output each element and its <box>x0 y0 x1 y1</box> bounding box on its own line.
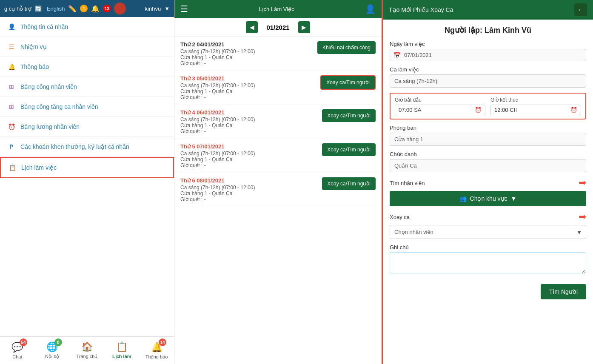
tab-noi-bo[interactable]: 0 🌐 Nội bộ <box>35 337 70 364</box>
sidebar-item-thong-bao[interactable]: 🔔 Thông báo <box>0 57 174 77</box>
schedule-day-1: Thứ 3 05/01/2021 <box>180 75 316 82</box>
schedule-item-4: Thứ 6 08/01/2021 Ca sáng (7h-12h) (07:00… <box>174 173 382 207</box>
sidebar-item-label-khen-thuong: Các khoản khen thưởng, kỷ luật cá nhân <box>20 143 129 150</box>
tab-label-lich-lam: Lịch làm <box>112 354 131 359</box>
nhiem-vu-icon: ☰ <box>7 42 16 51</box>
gio-ket-thuc-col: Giờ kết thúc ⏰ <box>490 97 581 115</box>
tab-label-noi-bo: Nội bộ <box>45 354 60 359</box>
schedule-btn-2[interactable]: Xoay ca/Tìm người <box>322 109 376 122</box>
tab-badge-chat: 54 <box>20 338 27 346</box>
schedule-item-2: Thứ 4 06/01/2021 Ca sáng (7h-12h) (07:00… <box>174 105 382 139</box>
hamburger-icon[interactable]: ☰ <box>180 4 188 14</box>
schedule-info-2: Thứ 4 06/01/2021 Ca sáng (7h-12h) (07:00… <box>180 109 318 134</box>
gio-ket-thuc-label: Giờ kết thúc <box>490 97 581 103</box>
schedule-store-1: Cửa hàng 1 - Quản Ca <box>180 88 316 94</box>
edit-badge: 1 <box>80 5 88 12</box>
time-row: Giờ bắt đầu ⏰ Giờ kết thúc ⏰ <box>390 93 586 119</box>
schedule-scan-4: Giờ quét : - <box>180 196 318 202</box>
schedule-info-1: Thứ 3 05/01/2021 Ca sáng (7h-12h) (07:00… <box>180 75 316 100</box>
tab-lich-lam[interactable]: 📋 Lịch làm <box>104 337 139 364</box>
gio-bat-dau-label: Giờ bắt đầu <box>395 97 485 103</box>
right-panel: Tạo Mới Phiếu Xoay Ca ← Người lập: Lâm K… <box>383 0 593 364</box>
back-btn[interactable]: ← <box>574 3 587 16</box>
month-label: 01/2021 <box>266 24 289 31</box>
xoay-ca-row: Xoay ca ➡ Chọn nhân viên ▼ <box>390 211 586 239</box>
sidebar-item-label-nhiem-vu: Nhiệm vụ <box>20 43 47 50</box>
bell-icon: 🔔 <box>91 5 100 13</box>
phong-ban-input <box>390 133 586 146</box>
schedule-store-2: Cửa hàng 1 - Quản Ca <box>180 122 318 128</box>
sidebar-item-label-bang-cong: Bảng công nhân viên <box>20 83 77 90</box>
schedule-btn-1[interactable]: Xoay ca/Tìm người <box>320 75 376 90</box>
next-month-btn[interactable]: ▶ <box>298 21 310 33</box>
schedule-store-4: Cửa hàng 1 - Quản Ca <box>180 191 318 196</box>
schedule-btn-3[interactable]: Xoay ca/Tìm người <box>322 143 376 156</box>
sidebar-item-label-tang-ca: Bảng công tăng ca nhân viên <box>20 103 98 110</box>
thong-bao-icon: 🔔 <box>7 62 16 71</box>
ngay-lam-viec-input-wrap: 📅 <box>390 49 586 61</box>
sidebar-item-label-lich-lam: Lịch làm việc <box>21 164 57 171</box>
schedule-shift-3: Ca sáng (7h-12h) (07:00 - 12:00) <box>180 151 318 156</box>
schedule-scan-2: Giờ quét : - <box>180 128 318 134</box>
ghi-chu-textarea[interactable] <box>390 252 586 273</box>
ghi-chu-label: Ghi chú <box>390 244 586 250</box>
tim-nhan-vien-label: Tìm nhân viên <box>390 180 425 186</box>
thong-tin-icon: 👤 <box>7 22 16 31</box>
sidebar: g cụ hỗ trợ 🔄 English ✏️ 1 🔔 13 kinhvu ▼… <box>0 0 174 364</box>
schedule-shift-1: Ca sáng (7h-12h) (07:00 - 12:00) <box>180 82 316 88</box>
ca-lam-viec-row: Ca làm việc <box>390 66 586 88</box>
support-text: g cụ hỗ trợ <box>4 6 31 12</box>
tab-thong-bao[interactable]: 14 🔔 Thông báo <box>139 337 174 364</box>
creator-label: Người lập: Lâm Kinh Vũ <box>390 26 586 35</box>
sidebar-item-lich-lam[interactable]: 📋 Lịch làm việc <box>0 157 174 178</box>
lich-lam-icon: 📋 <box>8 163 17 172</box>
luong-icon: ⏰ <box>7 122 16 131</box>
schedule-info-4: Thứ 6 08/01/2021 Ca sáng (7h-12h) (07:00… <box>180 177 318 202</box>
sidebar-item-thong-tin[interactable]: 👤 Thông tin cá nhân <box>0 17 174 37</box>
sidebar-item-nhiem-vu[interactable]: ☰ Nhiệm vụ <box>0 37 174 57</box>
middle-panel-title: Lịch Làm Việc <box>259 6 294 12</box>
phong-ban-row: Phòng ban <box>390 125 586 146</box>
tim-nguoi-btn[interactable]: Tìm Người <box>541 284 586 299</box>
middle-panel: ☰ Lịch Làm Việc 👤 ◀ 01/2021 ▶ Thứ 2 04/0… <box>174 0 383 364</box>
schedule-store-3: Cửa hàng 1 - Quản Ca <box>180 156 318 162</box>
schedule-info-3: Thứ 5 07/01/2021 Ca sáng (7h-12h) (07:00… <box>180 143 318 168</box>
chon-nhan-vien-wrap: Chọn nhân viên ▼ <box>390 225 586 239</box>
gio-bat-dau-input[interactable] <box>399 107 475 113</box>
schedule-day-2: Thứ 4 06/01/2021 <box>180 109 318 116</box>
sidebar-item-luong[interactable]: ⏰ Bảng lương nhân viên <box>0 117 174 137</box>
sidebar-item-khen-thuong[interactable]: ₱ Các khoản khen thưởng, kỷ luật cá nhân <box>0 137 174 157</box>
arrow-indicator-1: ➡ <box>579 177 586 188</box>
schedule-btn-0[interactable]: Khiếu nại chấm công <box>317 41 376 54</box>
tang-ca-icon: ⊞ <box>7 102 16 111</box>
schedule-btn-4[interactable]: Xoay ca/Tìm người <box>322 177 376 190</box>
gio-ket-thuc-input[interactable] <box>494 107 570 113</box>
schedule-scan-1: Giờ quét : - <box>180 94 316 100</box>
schedule-info-0: Thứ 2 04/01/2021 Ca sáng (7h-12h) (07:00… <box>180 41 313 66</box>
avatar[interactable] <box>114 3 126 14</box>
khen-thuong-icon: ₱ <box>7 142 16 151</box>
user-icon[interactable]: 👤 <box>365 4 376 14</box>
tab-trang-chu[interactable]: 🏠 Trang chủ <box>70 337 105 364</box>
chon-khu-vuc-label: Chọn khu vực <box>470 195 507 202</box>
phong-ban-label: Phòng ban <box>390 125 586 131</box>
sidebar-item-tang-ca[interactable]: ⊞ Bảng công tăng ca nhân viên <box>0 97 174 117</box>
schedule-item-3: Thứ 5 07/01/2021 Ca sáng (7h-12h) (07:00… <box>174 139 382 173</box>
chon-nhan-vien-select[interactable]: Chọn nhân viên <box>390 225 586 239</box>
lang-icon: 🔄 <box>35 6 42 12</box>
tab-chat[interactable]: 54 💬 Chat <box>0 337 35 364</box>
edit-icon: ✏️ <box>68 5 77 13</box>
sidebar-item-label-luong: Bảng lương nhân viên <box>20 123 80 130</box>
arrow-indicator-2: ➡ <box>579 211 586 222</box>
gio-bat-dau-wrap: ⏰ <box>395 105 485 115</box>
schedule-store-0: Cửa hàng 1 - Quản Ca <box>180 54 313 60</box>
chon-khu-vuc-btn[interactable]: 👥 Chọn khu vực ▼ <box>390 191 586 206</box>
chuc-danh-row: Chức danh <box>390 151 586 172</box>
right-panel-header: Tạo Mới Phiếu Xoay Ca ← <box>383 0 593 20</box>
schedule-day-3: Thứ 5 07/01/2021 <box>180 143 318 150</box>
prev-month-btn[interactable]: ◀ <box>246 21 258 33</box>
clock-icon-start: ⏰ <box>475 107 482 113</box>
sidebar-item-bang-cong[interactable]: ⊞ Bảng công nhân viên <box>0 77 174 97</box>
chuc-danh-label: Chức danh <box>390 151 586 157</box>
ngay-lam-viec-input[interactable] <box>401 49 582 61</box>
